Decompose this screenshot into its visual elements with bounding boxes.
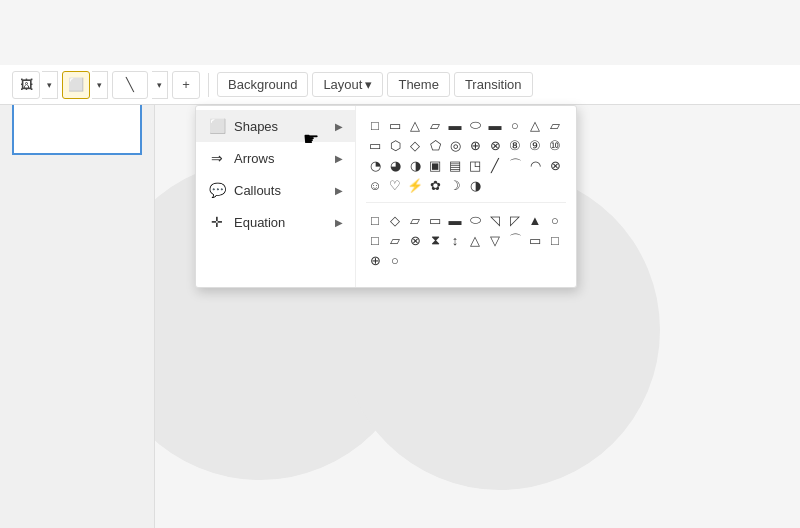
shape-x-circle[interactable]: ⊗ [486,136,504,154]
arrows-submenu-arrow: ▶ [335,153,343,164]
shape-circle[interactable]: ○ [506,116,524,134]
equation-menu-icon: ✛ [208,213,226,231]
fc-arrows[interactable]: ↕ [446,231,464,249]
shape-frame[interactable]: ▣ [426,156,444,174]
arrows-menu-icon: ⇒ [208,149,226,167]
shape-9[interactable]: ⑨ [526,136,544,154]
slide-panel: 1 [0,65,155,528]
shapes-menu-label: Shapes [234,119,278,134]
image-tool-group: 🖼 ▾ [12,71,58,99]
callouts-submenu-arrow: ▶ [335,185,343,196]
fc-ellipse2[interactable]: ⬭ [466,211,484,229]
fc-data[interactable]: ▭ [426,211,444,229]
fc-process[interactable]: □ [366,211,384,229]
fc-rect5[interactable]: □ [546,231,564,249]
shape-tri2[interactable]: △ [526,116,544,134]
shape-donut[interactable]: ◎ [446,136,464,154]
shape-diag[interactable]: ╱ [486,156,504,174]
shape-pent[interactable]: ⬠ [426,136,444,154]
shapes-dropdown-menu: ⬜ Shapes ▶ ⇒ Arrows ▶ 💬 Callouts ▶ ✛ Equ… [195,105,577,288]
shapes-section-flowchart: □ ◇ ▱ ▭ ▬ ⬭ ◹ ◸ ▲ ○ □ ▱ ⊗ ⧗ ↕ △ ▽ ⌒ ▭ □ … [366,211,566,277]
shape-half[interactable]: ◑ [406,156,424,174]
background-label: Background [228,77,297,92]
fc-plus[interactable]: ⊕ [366,251,384,269]
menu-item-equation[interactable]: ✛ Equation ▶ [196,206,355,238]
shape-trap[interactable]: ▭ [366,136,384,154]
shape-half-frame[interactable]: ◳ [466,156,484,174]
menu-item-shapes[interactable]: ⬜ Shapes ▶ [196,110,355,142]
fc-rect3[interactable]: □ [366,231,384,249]
arrows-menu-label: Arrows [234,151,274,166]
fc-rect4[interactable]: ▭ [526,231,544,249]
fc-diamond[interactable]: ◇ [386,211,404,229]
fc-hourglass[interactable]: ⧗ [426,231,444,249]
toolbar: 🖼 ▾ ⬜ ▾ ╲ ▾ + Background Layout ▾ Theme … [0,65,800,105]
shape-rounded-rect[interactable]: ▭ [386,116,404,134]
shape-pie2[interactable]: ◕ [386,156,404,174]
shape-grid[interactable]: ▤ [446,156,464,174]
shape-wide-rect[interactable]: ▬ [486,116,504,134]
fc-manual[interactable]: ◸ [506,211,524,229]
shape-triangle[interactable]: △ [406,116,424,134]
shape-rect[interactable]: ▬ [446,116,464,134]
transition-label: Transition [465,77,522,92]
menu-items-list: ⬜ Shapes ▶ ⇒ Arrows ▶ 💬 Callouts ▶ ✛ Equ… [196,106,356,287]
shapes-menu-icon: ⬜ [208,117,226,135]
shape-hex[interactable]: ⬡ [386,136,404,154]
shape-smiley[interactable]: ☺ [366,176,384,194]
shape-moon[interactable]: ☽ [446,176,464,194]
image-button[interactable]: 🖼 [12,71,40,99]
equation-menu-label: Equation [234,215,285,230]
line-dropdown-arrow[interactable]: ▾ [152,71,168,99]
background-button[interactable]: Background [217,72,308,97]
shape-ellipse[interactable]: ⬭ [466,116,484,134]
transition-button[interactable]: Transition [454,72,533,97]
shape-square[interactable]: □ [366,116,384,134]
fc-circle3[interactable]: ○ [386,251,404,269]
shape-lightning[interactable]: ⚡ [406,176,424,194]
shape-10[interactable]: ⑩ [546,136,564,154]
shapes-button[interactable]: ⬜ [62,71,90,99]
shapes-dropdown-arrow[interactable]: ▾ [92,71,108,99]
shape-crescent[interactable]: ◑ [466,176,484,194]
callouts-menu-label: Callouts [234,183,281,198]
theme-button[interactable]: Theme [387,72,449,97]
shape-arc[interactable]: ⌒ [506,156,524,174]
shape-no[interactable]: ⊗ [546,156,564,174]
shape-parallelogram[interactable]: ▱ [426,116,444,134]
fc-offpage[interactable]: ◹ [486,211,504,229]
fc-circle2[interactable]: ○ [546,211,564,229]
theme-label: Theme [398,77,438,92]
layout-arrow-icon: ▾ [365,77,372,92]
layout-label: Layout [323,77,362,92]
fc-cylinder[interactable]: ▱ [386,231,404,249]
shape-chord[interactable]: ◠ [526,156,544,174]
shapes-submenu-arrow: ▶ [335,121,343,132]
shape-8[interactable]: ⑧ [506,136,524,154]
fc-inv-tri[interactable]: ▽ [486,231,504,249]
fc-para[interactable]: ▱ [406,211,424,229]
shape-heart[interactable]: ♡ [386,176,404,194]
fc-tri2[interactable]: △ [466,231,484,249]
fc-cross[interactable]: ⊗ [406,231,424,249]
fc-arc2[interactable]: ⌒ [506,231,524,249]
line-button[interactable]: ╲ [112,71,148,99]
add-button[interactable]: + [172,71,200,99]
shape-pie1[interactable]: ◔ [366,156,384,174]
menu-item-arrows[interactable]: ⇒ Arrows ▶ [196,142,355,174]
shape-para2[interactable]: ▱ [546,116,564,134]
toolbar-divider-1 [208,73,209,97]
image-dropdown-arrow[interactable]: ▾ [42,71,58,99]
shapes-tool-group: ⬜ ▾ [62,71,108,99]
shapes-panel: □ ▭ △ ▱ ▬ ⬭ ▬ ○ △ ▱ ▭ ⬡ ◇ ⬠ ◎ ⊕ ⊗ ⑧ ⑨ ⑩ … [356,106,576,287]
menu-item-callouts[interactable]: 💬 Callouts ▶ [196,174,355,206]
shape-sun[interactable]: ✿ [426,176,444,194]
shape-diamond[interactable]: ◇ [406,136,424,154]
shape-cross-circle[interactable]: ⊕ [466,136,484,154]
callouts-menu-icon: 💬 [208,181,226,199]
layout-button[interactable]: Layout ▾ [312,72,383,97]
fc-rect2[interactable]: ▬ [446,211,464,229]
equation-submenu-arrow: ▶ [335,217,343,228]
shapes-section-basic: □ ▭ △ ▱ ▬ ⬭ ▬ ○ △ ▱ ▭ ⬡ ◇ ⬠ ◎ ⊕ ⊗ ⑧ ⑨ ⑩ … [366,116,566,203]
fc-triangle[interactable]: ▲ [526,211,544,229]
